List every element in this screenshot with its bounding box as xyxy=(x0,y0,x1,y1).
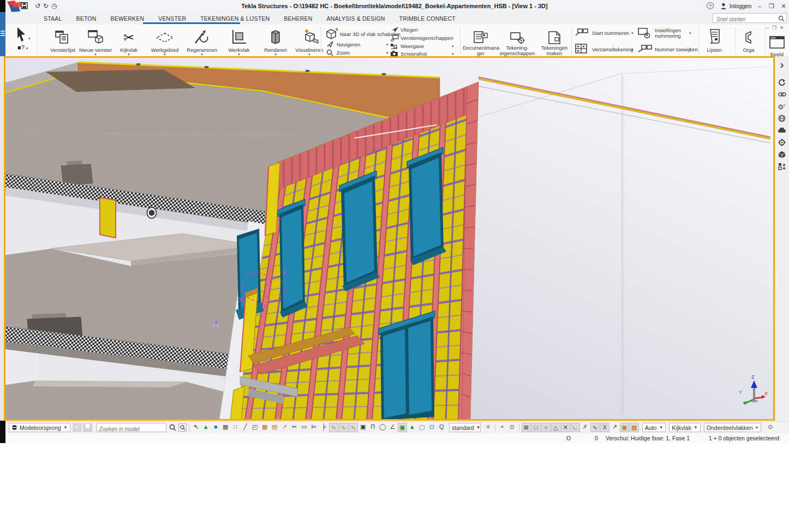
select-snap-arrow-icon[interactable]: ↗ xyxy=(280,423,289,432)
select-cuts-icon[interactable]: ✂ xyxy=(290,423,299,432)
selection-filter-combo[interactable]: standard▼ xyxy=(449,423,481,432)
select-views-icon[interactable]: ▭ xyxy=(300,423,309,432)
hamburger-menu-icon[interactable] xyxy=(1,30,5,37)
ribbon-button-regenereren[interactable]: Regenereren▾ xyxy=(183,26,220,56)
search-model-icon[interactable] xyxy=(169,424,176,431)
snap-triangle-icon[interactable]: △ xyxy=(551,423,560,432)
select-flag-icon[interactable]: ╞ xyxy=(319,423,328,432)
close-icon[interactable]: ✕ xyxy=(779,2,788,10)
quick-launch-box[interactable] xyxy=(713,13,787,23)
ribbon-button-documentmanager[interactable]: Documentmanager xyxy=(463,26,499,56)
pick-point-icon[interactable]: ⌖ xyxy=(498,423,507,432)
menu-navigeren[interactable]: Navigeren xyxy=(337,41,360,47)
ribbon-button-werkgebied[interactable]: Werkgebied▾ xyxy=(146,26,183,56)
snap-reference-icon[interactable]: ⊠ xyxy=(522,423,531,432)
snap-depth-combo[interactable]: Auto▼ xyxy=(642,423,666,432)
globe-icon[interactable] xyxy=(775,112,788,124)
part-faces-combo[interactable]: Onderdeelvlakken▼ xyxy=(704,423,762,432)
select-component-corners-icon[interactable]: ⊡ xyxy=(427,423,437,432)
snap-grid-icon[interactable]: ▩ xyxy=(630,423,639,432)
filter-burst-icon[interactable]: ✳ xyxy=(483,423,493,432)
model-search-input[interactable] xyxy=(97,425,166,433)
snap-cross-icon[interactable]: ✕ xyxy=(561,423,570,432)
select-all-icon[interactable]: ▦ xyxy=(221,423,230,432)
select-grid-icon[interactable]: ▦ xyxy=(260,423,270,432)
select-loads-icon[interactable]: ◯ xyxy=(378,423,387,432)
help-icon[interactable]: ? xyxy=(707,2,714,9)
ribbon-button-visualiseren[interactable]: Visualiseren▾ xyxy=(291,26,328,56)
menu-vliegen[interactable]: Vliegen xyxy=(401,27,418,33)
select-cursor-caret[interactable]: ▾ xyxy=(28,32,31,42)
snap-visibility-eye-icon[interactable]: ⊙ xyxy=(766,423,775,432)
ribbon-tab[interactable]: STAAL xyxy=(44,15,62,22)
cube-icon[interactable] xyxy=(775,148,788,160)
phase-triangle-icon[interactable]: ▲ xyxy=(201,423,211,432)
ribbon-button-renderen[interactable]: Renderen▾ xyxy=(257,26,294,56)
minimize-icon[interactable]: – xyxy=(755,2,764,10)
ribbon-button-tekeningen-maken[interactable]: Tekeningenmaken ▾ xyxy=(536,26,572,59)
settings-gear-icon[interactable] xyxy=(775,136,788,148)
user-icon[interactable] xyxy=(720,3,727,9)
snap-perpendicular-icon[interactable]: ∟ xyxy=(571,423,580,432)
side-menu-bar[interactable] xyxy=(0,12,5,56)
ribbon-tab[interactable]: BEHEREN xyxy=(284,15,312,22)
model-search-box[interactable] xyxy=(97,423,166,432)
link-icon[interactable] xyxy=(775,88,788,100)
select-surfaces-icon[interactable]: ▣ xyxy=(358,423,368,432)
components-icon[interactable] xyxy=(775,160,788,172)
zoom-selected-icon[interactable]: Q xyxy=(437,423,446,432)
select-area-icon[interactable]: ▣ xyxy=(398,423,407,432)
ribbon-tab[interactable]: TRIMBLE CONNECT xyxy=(399,15,456,22)
ribbon-button-werkvlak[interactable]: Werkvlak▾ xyxy=(220,26,258,56)
cloud-icon[interactable] xyxy=(775,124,788,136)
snap-plane-combo[interactable]: Kijkvlak▼ xyxy=(669,423,701,432)
inquiry-tool-icon[interactable]: ■?▾ xyxy=(17,44,28,51)
snap-curve-icon[interactable]: ∿ xyxy=(590,423,600,432)
restore-icon[interactable]: ❐ xyxy=(767,2,776,10)
select-weld-above-icon[interactable]: ∿ xyxy=(329,423,338,432)
ribbon-button-tekening-eigenschappen[interactable]: Tekening-eigenschappen ▾ xyxy=(499,26,535,59)
ribbon-button-vensterlijst[interactable]: Vensterlijst xyxy=(44,26,81,53)
ribbon-button-kijkvlak[interactable]: ✂ Kijkvlak▾ xyxy=(110,26,147,56)
select-grid-lines-icon[interactable]: ▤ xyxy=(270,423,279,432)
snap-geometry-icon[interactable]: □ xyxy=(531,423,541,432)
select-weld-poly-icon[interactable]: ∿ xyxy=(349,423,358,432)
snap-circle-icon[interactable]: ○ xyxy=(541,423,551,432)
select-assembly-icon[interactable]: ▲ xyxy=(408,423,417,432)
menu-instellingen-nummering[interactable]: Instellingennummering xyxy=(655,28,681,39)
ribbon-button-lijsten[interactable]: Lijsten xyxy=(697,26,731,53)
snap-free-icon[interactable]: ↗ xyxy=(610,423,619,432)
select-rebar-icon[interactable]: Π xyxy=(368,423,378,432)
add-plane-button[interactable]: + xyxy=(73,423,82,432)
ribbon-tab[interactable]: ANALYSIS & DESIGN xyxy=(326,15,385,22)
select-weld-below-icon[interactable]: ∿ xyxy=(339,423,348,432)
snap-hourglass-icon[interactable]: X xyxy=(600,423,609,432)
snap-extension-icon[interactable]: ✗ xyxy=(581,423,590,432)
snap-ortho-icon[interactable]: ▣ xyxy=(620,423,629,432)
select-component-icon[interactable]: ▢ xyxy=(417,423,427,432)
menu-weergave[interactable]: Weergave xyxy=(401,43,424,49)
select-parts-icon[interactable]: ◰ xyxy=(250,423,260,432)
select-grids-icon[interactable]: ⊨ xyxy=(309,423,319,432)
ribbon-button-organizer[interactable]: Orga xyxy=(733,26,764,53)
ribbon-tab[interactable]: BETON xyxy=(76,15,96,22)
ribbon-button-nieuw-venster[interactable]: Nieuw venster▾ xyxy=(77,26,114,56)
color-swatch-icon[interactable]: ■ xyxy=(211,423,220,432)
gear-question-icon[interactable]: ? xyxy=(775,100,788,112)
visibility-eye-icon[interactable]: ⊙ xyxy=(507,423,517,432)
select-cursor-icon[interactable]: ↖ xyxy=(192,423,201,432)
delete-plane-button[interactable] xyxy=(83,423,92,432)
select-points-icon[interactable]: ∷ xyxy=(231,423,240,432)
sync-icon[interactable] xyxy=(775,76,788,88)
ribbon-tab[interactable]: BEWERKEN xyxy=(110,15,144,22)
login-link[interactable]: Inloggen xyxy=(730,3,751,9)
menu-start-nummeren[interactable]: Start nummeren xyxy=(592,30,629,36)
select-angle-icon[interactable]: ∠ xyxy=(388,423,397,432)
ribbon-button-beeld[interactable]: Beeld▾ xyxy=(761,30,789,60)
menu-zoom[interactable]: Zoom xyxy=(337,50,350,56)
select-cursor-tool-icon[interactable] xyxy=(15,27,27,41)
ribbon-tab[interactable]: VENSTER xyxy=(158,15,186,22)
search-settings-icon[interactable] xyxy=(178,423,187,432)
origin-selector[interactable]: Modeloorsprong▼ xyxy=(9,423,70,432)
collapse-chevron-icon[interactable] xyxy=(775,59,788,71)
